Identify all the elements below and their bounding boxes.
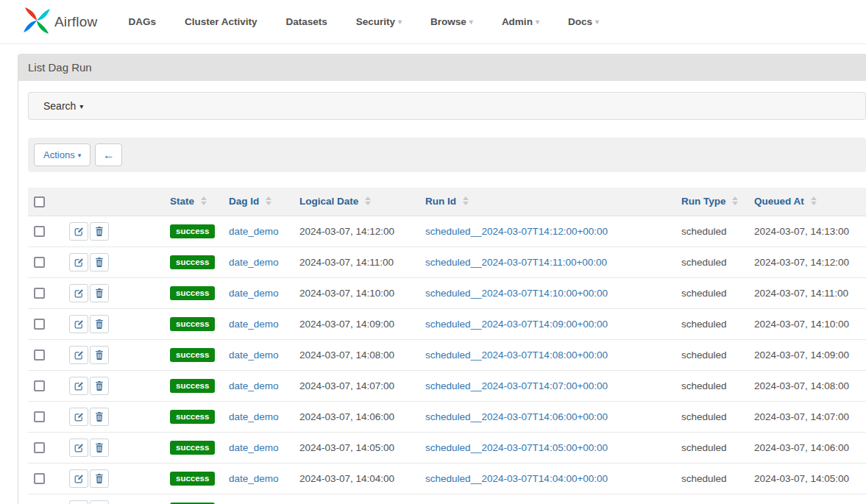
row-actions — [69, 439, 109, 457]
dag-id-link[interactable]: date_demo — [229, 288, 279, 299]
row-actions — [69, 408, 109, 426]
table-row: success date_demo 2024-03-07, 14:12:00 s… — [28, 216, 866, 246]
run-type-cell: scheduled — [675, 463, 748, 494]
delete-button[interactable] — [90, 346, 109, 364]
column-header-logical-date[interactable]: Logical Date — [294, 188, 419, 216]
run-type-cell: scheduled — [675, 216, 748, 246]
edit-button[interactable] — [69, 408, 88, 426]
run-id-link[interactable]: scheduled__2024-03-07T14:09:00+00:00 — [425, 319, 608, 330]
sort-icon — [266, 196, 271, 205]
back-button[interactable]: ← — [95, 143, 122, 166]
trash-icon — [95, 381, 104, 391]
row-actions — [69, 284, 109, 302]
delete-button[interactable] — [90, 377, 109, 395]
run-id-link[interactable]: scheduled__2024-03-07T14:12:00+00:00 — [425, 226, 608, 237]
trash-icon — [95, 258, 104, 267]
delete-button[interactable] — [90, 284, 109, 302]
run-id-link[interactable]: scheduled__2024-03-07T14:05:00+00:00 — [425, 442, 608, 453]
status-badge: success — [170, 224, 215, 238]
dag-id-link[interactable]: date_demo — [229, 349, 279, 361]
actions-toolbar: Actions ▾ ← — [28, 138, 866, 172]
airflow-brand-link[interactable]: Airflow — [22, 6, 97, 38]
run-id-link[interactable]: scheduled__2024-03-07T14:10:00+00:00 — [425, 288, 608, 299]
status-badge: success — [170, 379, 215, 393]
edit-button[interactable] — [69, 500, 88, 504]
trash-icon — [95, 350, 104, 360]
edit-button[interactable] — [69, 346, 88, 364]
table-row: success date_demo 2024-03-07, 14:05:00 s… — [28, 432, 866, 463]
select-all-checkbox[interactable] — [34, 196, 45, 207]
row-checkbox[interactable] — [34, 257, 45, 268]
table-row: success date_demo 2024-03-07, 14:03:00 s… — [28, 494, 866, 504]
edit-button[interactable] — [69, 253, 88, 271]
run-id-link[interactable]: scheduled__2024-03-07T14:04:00+00:00 — [425, 473, 608, 484]
nav-item-label: Docs — [568, 16, 592, 27]
edit-button[interactable] — [69, 315, 88, 333]
row-checkbox[interactable] — [34, 380, 45, 391]
nav-item-label: Browse — [430, 16, 466, 27]
row-checkbox[interactable] — [34, 473, 45, 484]
column-header-run-id[interactable]: Run Id — [419, 188, 675, 216]
trash-icon — [95, 474, 104, 483]
row-checkbox[interactable] — [34, 288, 45, 299]
delete-button[interactable] — [90, 469, 109, 488]
dag-id-link[interactable]: date_demo — [229, 442, 279, 453]
delete-button[interactable] — [90, 253, 109, 271]
delete-button[interactable] — [90, 439, 109, 457]
delete-button[interactable] — [90, 315, 109, 333]
dag-id-link[interactable]: date_demo — [229, 257, 279, 268]
row-checkbox[interactable] — [34, 411, 45, 422]
column-header-state[interactable]: State — [164, 188, 223, 216]
nav-item-label: DAGs — [128, 16, 156, 27]
nav-item-datasets[interactable]: Datasets — [285, 16, 327, 27]
nav-item-cluster-activity[interactable]: Cluster Activity — [185, 16, 258, 27]
column-header-run-type[interactable]: Run Type — [675, 188, 748, 216]
nav-item-docs[interactable]: Docs ▾ — [568, 16, 599, 27]
run-type-cell: scheduled — [675, 277, 748, 308]
edit-button[interactable] — [69, 439, 88, 457]
actions-dropdown-button[interactable]: Actions ▾ — [34, 143, 90, 166]
search-dropdown[interactable]: Search ▾ — [28, 92, 866, 120]
actions-button-label: Actions — [43, 149, 75, 160]
row-actions — [69, 315, 109, 333]
back-arrow-icon: ← — [103, 149, 115, 162]
sort-icon — [365, 196, 371, 205]
run-id-link[interactable]: scheduled__2024-03-07T14:06:00+00:00 — [425, 411, 608, 422]
run-id-link[interactable]: scheduled__2024-03-07T14:11:00+00:00 — [425, 257, 607, 268]
trash-icon — [95, 319, 104, 329]
column-header-label: State — [170, 196, 194, 207]
nav-item-browse[interactable]: Browse ▾ — [430, 16, 473, 27]
sort-icon — [811, 196, 817, 205]
delete-button[interactable] — [90, 222, 109, 241]
row-checkbox[interactable] — [34, 319, 45, 330]
row-actions — [69, 346, 109, 364]
sort-icon — [201, 196, 207, 205]
logical-date-cell: 2024-03-07, 14:10:00 — [294, 277, 419, 308]
page-title: List Dag Run — [28, 61, 92, 74]
edit-button[interactable] — [69, 377, 88, 395]
edit-button[interactable] — [69, 222, 88, 241]
dag-id-link[interactable]: date_demo — [229, 473, 279, 484]
airflow-pinwheel-icon — [22, 6, 52, 38]
row-checkbox[interactable] — [34, 442, 45, 453]
delete-button[interactable] — [90, 500, 109, 504]
nav-item-security[interactable]: Security ▾ — [356, 16, 402, 27]
edit-button[interactable] — [69, 284, 88, 302]
nav-item-label: Cluster Activity — [185, 16, 258, 27]
dag-id-link[interactable]: date_demo — [229, 319, 279, 330]
dag-id-link[interactable]: date_demo — [229, 380, 279, 391]
nav-item-dags[interactable]: DAGs — [128, 16, 156, 27]
delete-button[interactable] — [90, 408, 109, 426]
dag-id-link[interactable]: date_demo — [229, 226, 279, 237]
edit-icon — [74, 381, 84, 391]
dag-id-link[interactable]: date_demo — [229, 411, 279, 422]
row-checkbox[interactable] — [34, 349, 45, 361]
column-header-queued-at[interactable]: Queued At — [748, 188, 866, 216]
edit-button[interactable] — [69, 469, 88, 488]
nav-item-admin[interactable]: Admin ▾ — [502, 16, 539, 27]
table-row: success date_demo 2024-03-07, 14:04:00 s… — [28, 463, 866, 494]
column-header-dag-id[interactable]: Dag Id — [223, 188, 294, 216]
run-id-link[interactable]: scheduled__2024-03-07T14:07:00+00:00 — [425, 380, 608, 391]
row-checkbox[interactable] — [34, 226, 45, 237]
run-id-link[interactable]: scheduled__2024-03-07T14:08:00+00:00 — [425, 349, 608, 361]
